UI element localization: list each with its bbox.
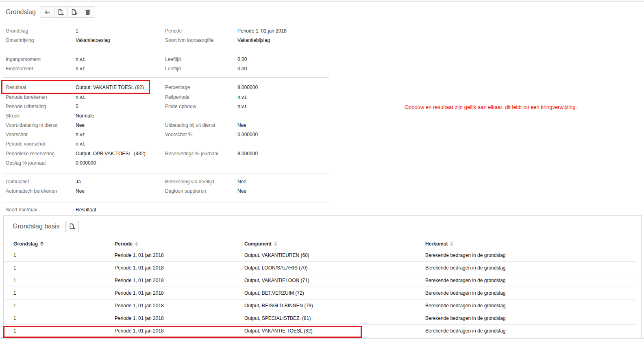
field-label: Berekening via deeltijd [165,179,237,185]
form-row: Periode berekenen n.v.t. Peilperiode n.v… [0,92,330,102]
field-label: Periode uitbetaling [0,104,76,109]
cell-grondslag: 1 [13,328,115,334]
field-value: Output, VAKANTIE TOESL (82) [76,85,165,90]
field-value: n.v.t. [76,57,165,62]
table-row[interactable]: 1 Periode 1, 01 jan 2018 Output, LOON/SA… [4,261,636,274]
field-value: Periode 1, 01 jan 2018 [237,28,330,34]
column-header-periode[interactable]: Periode [115,241,244,247]
form-row: Voorschot n.v.t Voorschot % 0,000000 [0,130,330,139]
field-value: n.v.t. [76,141,165,147]
column-label: Periode [115,241,133,247]
new-record-icon [69,223,76,230]
field-label: Voorschot [0,132,76,137]
field-label: Strook [0,113,76,119]
section-divider [3,202,329,202]
form-row: Ingangsmoment n.v.t. Leeftijd 0,00 [0,54,330,64]
sort-icon [135,241,138,246]
field-value: 0,000000 [237,132,330,137]
field-label: Soort min/max [0,207,76,213]
table-row[interactable]: 1 Periode 1, 01 jan 2018 Output, VAKANTI… [4,274,636,287]
cell-component: Output, VAKANTIELOON (71) [244,278,425,283]
field-value: Nee [237,122,330,128]
field-label: Einde opbouw [165,104,237,109]
field-label: Leeftijd [165,57,237,62]
cell-component: Output, SPECIALISTBEZ. (81) [244,315,425,321]
column-label: Component [244,241,272,247]
form-row: Grondslag 1 Periode Periode 1, 01 jan 20… [0,26,330,35]
cell-grondslag: 1 [13,303,115,309]
cell-grondslag: 1 [13,290,115,296]
section-divider [3,77,329,78]
form-row: Cumulatief Ja Berekening via deeltijd Ne… [0,177,330,186]
form-row: Eindmoment n.v.t. Leeftijd 0,00 [0,64,330,73]
field-label: Vooruitbetaling in dienst [0,122,76,128]
form-row: Soort min/max Resultaat [0,205,330,214]
cell-herkomst: Berekende bedragen in de grondslag [425,290,636,296]
cell-component: Output, BET.VERZUIM (72) [244,290,425,296]
field-label: Uitbetaling bij uit dienst [165,122,237,128]
delete-record-button[interactable] [81,7,95,17]
table-row[interactable]: 1 Periode 1, 01 jan 2018 Output, BET.VER… [4,287,636,299]
cell-herkomst: Berekende bedragen in de grondslag [425,252,636,258]
cell-periode: Periode 1, 01 jan 2018 [115,252,244,258]
grondslag-basis-panel: Grondslag basis Grondslag Periode Compon… [3,215,642,339]
column-label: Herkomst [425,241,448,247]
field-value: 5 [76,104,165,109]
panel-header: Grondslag basis [4,216,641,232]
cell-grondslag: 1 [13,265,115,271]
field-label: Leeftijd [165,66,237,72]
basis-table: Grondslag Periode Component Herkomst 1 P… [4,239,641,337]
field-value: Output, OPB.VAK.TOESL. (432) [76,151,165,156]
page-header: Grondslag [6,7,95,18]
cell-periode: Periode 1, 01 jan 2018 [115,290,244,296]
field-label: Reserverings % journaal [165,151,237,156]
field-value: n.v.t. [76,66,165,72]
field-value: Ja [76,179,165,185]
field-label: Periodieke reservering [0,151,76,156]
cell-periode: Periode 1, 01 jan 2018 [115,315,244,321]
field-value: Normale [76,113,165,119]
column-header-herkomst[interactable]: Herkomst [425,241,641,247]
field-label: Peilperiode [165,94,237,100]
edit-record-button[interactable] [68,7,81,17]
field-label: Ingangsmoment [0,57,76,62]
section-divider [3,174,329,174]
cell-grondslag: 1 [13,252,115,258]
cell-periode: Periode 1, 01 jan 2018 [115,265,244,271]
table-row[interactable]: 1 Periode 1, 01 jan 2018 Output, REISGLD… [4,299,636,312]
field-value: 8,000000 [237,151,330,156]
column-header-component[interactable]: Component [244,241,425,247]
table-row[interactable]: 1 Periode 1, 01 jan 2018 Output, VAKANTI… [4,249,636,261]
field-label: Soort ivm loonaangifte [165,37,237,43]
circular-reference-warning: Opbouw en resultaat zijn gelijk aan elka… [405,104,577,110]
field-label: Eindmoment [0,66,76,72]
form-row: Periode uitbetaling 5 Einde opbouw n.v.t… [0,102,330,111]
column-header-grondslag[interactable]: Grondslag [13,241,115,247]
form-row: Opslag % journaal 0,000000 [0,158,330,167]
field-label: Omschrijving [0,37,76,43]
table-row[interactable]: 1 Periode 1, 01 jan 2018 Output, SPECIAL… [4,312,636,324]
add-basis-record-button[interactable] [65,221,79,232]
field-label: Opslag % journaal [0,160,76,166]
back-button[interactable] [41,7,54,17]
table-row-highlighted[interactable]: 1 Periode 1, 01 jan 2018 Output, VAKANTI… [4,324,636,337]
form-row: Automatisch berekenen Nee Dagloon supple… [0,186,330,196]
field-label: Dagloon suppleren [165,188,237,194]
cell-herkomst: Berekende bedragen in de grondslag [425,315,636,321]
field-value: 1 [76,28,165,34]
field-value: Resultaat [76,207,165,213]
field-value: 8,000000 [237,85,330,90]
sort-icon [40,241,44,246]
form-row: Vooruitbetaling in dienst Nee Uitbetalin… [0,120,330,130]
form-row: Periodieke reservering Output, OPB.VAK.T… [0,149,330,158]
cell-component: Output, VAKANTIE TOESL (82) [244,328,425,334]
edit-record-icon [71,9,78,16]
field-value: n.v.t. [237,104,330,109]
new-record-button[interactable] [54,7,68,17]
field-value: Nee [237,188,330,194]
field-value: n.v.t [76,132,165,137]
table-header-row: Grondslag Periode Component Herkomst [4,239,641,249]
page-title: Grondslag [6,9,36,16]
field-value: 0,00 [237,57,330,62]
top-border-strip [0,0,644,2]
